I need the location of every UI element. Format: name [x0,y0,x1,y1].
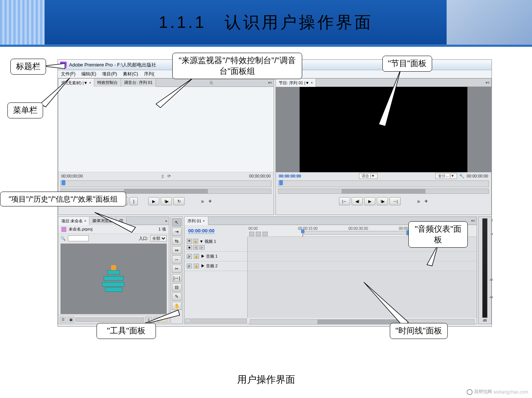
slide-title: 1.1.1 认识用户操作界面 [159,12,373,33]
callout-tools: "工具"面板 [97,323,156,339]
tab-project[interactable]: 项目:未命名× [58,217,89,225]
fit-selector[interactable]: 适合 |▼ [359,173,377,179]
slip-tool[interactable]: |↔| [172,274,182,282]
more-button[interactable]: » [417,198,420,204]
go-in-button[interactable]: |← [339,197,350,205]
callout-timeline: "时间线"面板 [390,323,448,339]
playhead-icon[interactable] [62,180,65,185]
project-search-row: 🔍 入口: 全部 [58,234,169,243]
selection-tool[interactable]: ↖ [172,218,182,226]
program-zoom-scroll[interactable] [278,189,489,194]
search-input[interactable] [68,235,89,241]
search-icon[interactable]: 🔍 [61,236,66,241]
track-video1-header[interactable]: 👁🔒▼ 视频 1 ◆◁▷ [185,237,247,252]
meter-unit: dB [483,319,487,322]
go-out-button[interactable]: →| [389,197,401,205]
source-scrubber[interactable] [61,180,271,187]
svg-marker-4 [95,212,136,232]
eye-icon[interactable]: 👁 [187,239,192,244]
callout-source-group: "来源监视器"/"特效控制台"/"调音台"面板组 [172,53,302,79]
source-time-out[interactable]: 00;00;00;00 [249,174,271,178]
razor-tool[interactable]: ✂ [172,265,182,273]
track-audio2-header[interactable]: 🔊🔒▶ 音频 2 [185,261,247,271]
source-tab-suffix: 元 [209,80,213,85]
speaker-icon[interactable]: 🔊 [187,264,192,268]
pen-tool[interactable]: ✎ [172,293,182,301]
slide-header: 1.1.1 认识用户操作界面 [0,0,532,45]
program-time-out[interactable]: 00:00:00:00 [467,174,488,178]
wrench-icon[interactable]: 🔧 [459,174,464,179]
loop-button[interactable]: ↻ [173,197,185,205]
track-headers: 👁🔒▼ 视频 1 ◆◁▷ 🔊🔒▶ 音频 1 🔊🔒▶ 音频 2 [185,237,248,318]
audio-meter-panel: 2 -4 -36 -48 dB [478,216,492,324]
panel-menu-icon[interactable]: ▾≡ [471,219,475,223]
marker-icon[interactable]: ▯ [161,174,164,179]
tools-panel: ↖ ⇥ ⇆ ⇔ ↔ ✂ |↔| ⊟ ✎ ✋ [170,216,183,324]
timeline-timecode[interactable]: 00:00:00:00 [188,228,215,234]
entry-select[interactable]: 全部 [150,235,167,242]
list-view-button[interactable]: ☰ [60,317,66,323]
work-area-bar[interactable] [303,231,407,235]
source-time-in[interactable]: 00;00;00;00 [61,174,83,178]
callout-titlebar: 标题栏 [10,59,46,75]
sequence-thumbnail-icon[interactable] [101,266,127,292]
timeline-zoom-slider[interactable] [191,319,247,323]
tab-audio-mixer[interactable]: 调音台: 序列 01 [121,79,156,87]
icon-view-button[interactable]: ▦ [68,317,74,323]
svg-marker-5 [141,310,180,325]
svg-marker-3 [379,69,401,126]
program-transport: |← ◀I ▶ I▶ →| » + [276,195,491,207]
program-time-in[interactable]: 00:00:00:00 [279,174,301,178]
lock-icon[interactable]: 🔒 [194,254,199,259]
keyframe-icon[interactable]: ◆ [187,245,192,250]
mark-out-button[interactable]: } [130,197,138,205]
snap-icon[interactable] [249,232,254,236]
speaker-icon[interactable]: 🔊 [187,254,192,259]
loop-icon[interactable]: ⟳ [167,174,171,179]
more-button[interactable]: » [201,198,204,204]
program-scrubber[interactable] [278,180,489,187]
add-button[interactable]: + [424,198,428,205]
step-fwd-button[interactable]: I▶ [161,197,172,205]
zoom-selector[interactable]: 全分... |▼ [435,173,457,179]
svg-marker-0 [43,63,65,69]
project-filename: 未命名.prproj [69,226,92,232]
chevron-right-icon[interactable]: ▸ [166,219,167,223]
panel-menu-icon[interactable]: ▾≡ [268,81,272,85]
svg-marker-1 [40,78,70,107]
slide-tool[interactable]: ⊟ [172,283,182,291]
tab-sequence[interactable]: 序列 01× [185,217,208,225]
menu-clip[interactable]: 素材(C) [120,71,141,77]
tab-program[interactable]: 节目: 序列 01|▼× [276,79,316,87]
menu-sequence[interactable]: 序列( [141,71,157,77]
slide-separator [0,45,532,47]
hand-tool[interactable]: ✋ [172,302,182,310]
tab-effect-controls[interactable]: 特效控制台 [94,79,121,87]
marker-icon[interactable] [262,232,268,236]
menu-project[interactable]: 项目(P) [99,71,120,77]
track-select-tool[interactable]: ⇥ [172,228,182,236]
play-button[interactable]: ▶ [364,197,375,205]
lock-icon[interactable]: 🔒 [193,239,198,244]
svg-marker-2 [156,78,193,108]
playhead-icon[interactable] [279,180,283,185]
callout-audio-meter: "音频仪表"面板 [408,221,468,248]
zoom-slider[interactable] [75,317,144,322]
zoom-out-icon[interactable] [185,319,190,323]
step-fwd-button[interactable]: I▶ [377,197,388,205]
item-count: 1 项 [159,226,166,232]
rate-stretch-tool[interactable]: ↔ [172,255,182,264]
ripple-edit-tool[interactable]: ⇆ [172,237,182,245]
step-back-button[interactable]: ◀I [352,197,363,205]
play-button[interactable]: ▶ [148,197,159,205]
marker-icon[interactable] [256,232,261,236]
lock-icon[interactable]: 🔒 [194,264,199,268]
rolling-edit-tool[interactable]: ⇔ [172,246,182,254]
add-button[interactable]: + [208,198,212,205]
menu-file[interactable]: 文件(F) [58,71,78,77]
track-audio1-header[interactable]: 🔊🔒▶ 音频 1 [185,252,247,261]
menu-edit[interactable]: 编辑(E) [78,71,99,77]
project-bin[interactable] [61,244,167,314]
panel-menu-icon[interactable]: ▾≡ [486,81,490,85]
project-file-icon [61,227,66,232]
